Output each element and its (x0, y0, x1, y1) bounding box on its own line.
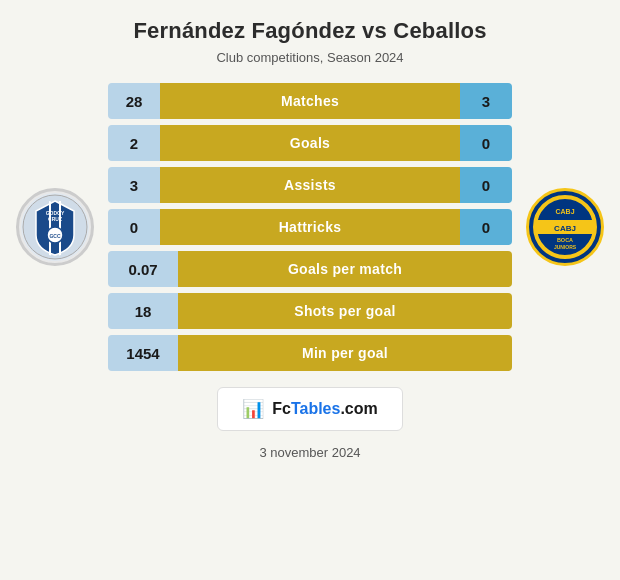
stat-row-min-per-goal: 1454Min per goal (108, 335, 512, 371)
svg-text:CRUZ: CRUZ (48, 216, 62, 222)
left-team-logo: GODOY CRUZ GCC (10, 182, 100, 272)
stat-label-goals-per-match: Goals per match (178, 251, 512, 287)
stat-right-goals: 0 (460, 125, 512, 161)
stat-label-goals: Goals (160, 125, 460, 161)
stats-area: 28Matches32Goals03Assists00Hattricks00.0… (100, 83, 520, 371)
stat-left-matches: 28 (108, 83, 160, 119)
stat-right-assists: 0 (460, 167, 512, 203)
stat-row-goals-per-match: 0.07Goals per match (108, 251, 512, 287)
stat-left-hattricks: 0 (108, 209, 160, 245)
svg-text:GCC: GCC (49, 233, 61, 239)
stat-row-hattricks: 0Hattricks0 (108, 209, 512, 245)
stat-left-assists: 3 (108, 167, 160, 203)
right-team-logo: CABJ BOCA JUNIORS CABJ (520, 182, 610, 272)
stat-row-goals: 2Goals0 (108, 125, 512, 161)
stat-row-assists: 3Assists0 (108, 167, 512, 203)
stat-left-shots-per-goal: 18 (108, 293, 178, 329)
subtitle: Club competitions, Season 2024 (216, 50, 403, 65)
stat-label-assists: Assists (160, 167, 460, 203)
stat-left-goals-per-match: 0.07 (108, 251, 178, 287)
stat-label-shots-per-goal: Shots per goal (178, 293, 512, 329)
main-container: Fernández Fagóndez vs Ceballos Club comp… (0, 0, 620, 580)
svg-text:BOCA: BOCA (557, 237, 573, 243)
stat-right-hattricks: 0 (460, 209, 512, 245)
stat-label-min-per-goal: Min per goal (178, 335, 512, 371)
fctables-icon: 📊 (242, 398, 264, 420)
stat-row-matches: 28Matches3 (108, 83, 512, 119)
svg-text:JUNIORS: JUNIORS (554, 244, 577, 250)
stat-left-min-per-goal: 1454 (108, 335, 178, 371)
fctables-text: FcTables.com (272, 400, 378, 418)
godoy-cruz-badge: GODOY CRUZ GCC (16, 188, 94, 266)
stat-right-matches: 3 (460, 83, 512, 119)
fctables-banner: 📊 FcTables.com (217, 387, 403, 431)
footer-date: 3 november 2024 (259, 445, 360, 460)
boca-juniors-badge: CABJ BOCA JUNIORS CABJ (526, 188, 604, 266)
svg-text:CABJ: CABJ (554, 224, 576, 233)
page-title: Fernández Fagóndez vs Ceballos (133, 18, 486, 44)
stat-label-hattricks: Hattricks (160, 209, 460, 245)
stat-label-matches: Matches (160, 83, 460, 119)
stat-left-goals: 2 (108, 125, 160, 161)
content-area: GODOY CRUZ GCC 28Matches32Goals03Assists… (0, 83, 620, 371)
stat-row-shots-per-goal: 18Shots per goal (108, 293, 512, 329)
svg-text:CABJ: CABJ (555, 208, 574, 215)
